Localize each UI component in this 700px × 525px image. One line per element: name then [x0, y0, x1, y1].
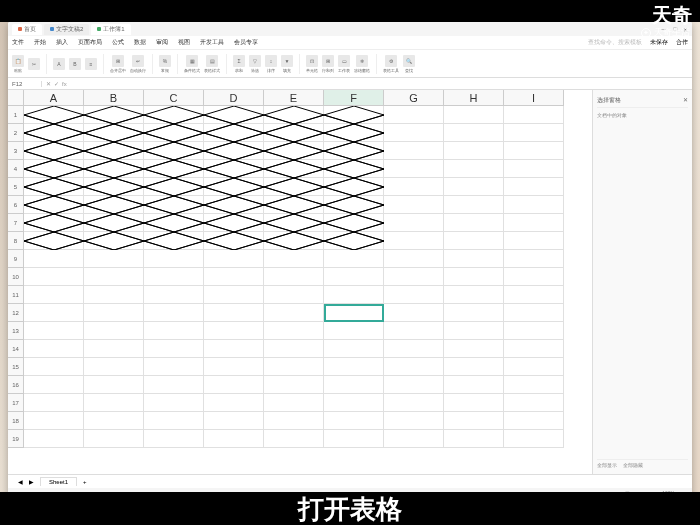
cell[interactable] — [444, 196, 504, 214]
cell[interactable] — [384, 196, 444, 214]
cell[interactable] — [204, 358, 264, 376]
cell[interactable] — [204, 304, 264, 322]
fx-button[interactable]: ✕ ✓ fx — [42, 80, 71, 87]
row-header[interactable]: 8 — [8, 232, 24, 250]
title-tab-doc[interactable]: 文字文稿2 — [44, 24, 89, 35]
menu-view[interactable]: 视图 — [178, 38, 190, 47]
panel-close-icon[interactable]: ✕ — [683, 96, 688, 105]
cell[interactable] — [444, 160, 504, 178]
cell[interactable] — [204, 232, 264, 250]
col-A[interactable]: A — [24, 90, 84, 106]
cell[interactable] — [204, 430, 264, 448]
cell[interactable] — [84, 394, 144, 412]
title-tab-home[interactable]: 首页 — [12, 24, 42, 35]
cell[interactable] — [504, 178, 564, 196]
cell[interactable] — [264, 160, 324, 178]
row-header[interactable]: 6 — [8, 196, 24, 214]
cell[interactable] — [84, 322, 144, 340]
col-E[interactable]: E — [264, 90, 324, 106]
col-F[interactable]: F — [324, 90, 384, 106]
cell[interactable] — [504, 358, 564, 376]
cell[interactable] — [144, 394, 204, 412]
cell[interactable] — [84, 214, 144, 232]
menu-layout[interactable]: 页面布局 — [78, 38, 102, 47]
cell[interactable] — [204, 124, 264, 142]
cell[interactable] — [144, 160, 204, 178]
cell[interactable] — [144, 322, 204, 340]
condformat-icon[interactable]: ▦ — [186, 55, 198, 67]
cell-icon[interactable]: ⊡ — [306, 55, 318, 67]
cell[interactable] — [264, 358, 324, 376]
cell[interactable] — [264, 178, 324, 196]
cell[interactable] — [324, 214, 384, 232]
select-all-corner[interactable] — [8, 90, 24, 106]
cell[interactable] — [84, 286, 144, 304]
cut-icon[interactable]: ✂ — [28, 58, 40, 70]
cell[interactable] — [24, 376, 84, 394]
cell[interactable] — [444, 178, 504, 196]
cell[interactable] — [144, 412, 204, 430]
cell[interactable] — [324, 340, 384, 358]
title-tab-sheet[interactable]: 工作簿1 — [91, 24, 130, 35]
wrap-icon[interactable]: ↵ — [132, 55, 144, 67]
cell[interactable] — [144, 106, 204, 124]
cell[interactable] — [504, 142, 564, 160]
cell[interactable] — [84, 142, 144, 160]
worksheet-icon[interactable]: ▭ — [338, 55, 350, 67]
cell[interactable] — [384, 142, 444, 160]
cell[interactable] — [264, 214, 324, 232]
cell[interactable] — [504, 340, 564, 358]
cell[interactable] — [384, 250, 444, 268]
cell[interactable] — [24, 214, 84, 232]
find-icon[interactable]: 🔍 — [403, 55, 415, 67]
menu-file[interactable]: 文件 — [12, 38, 24, 47]
cell[interactable] — [84, 124, 144, 142]
cell[interactable] — [384, 430, 444, 448]
col-C[interactable]: C — [144, 90, 204, 106]
cell[interactable] — [504, 124, 564, 142]
cell[interactable] — [144, 430, 204, 448]
cell[interactable] — [324, 304, 384, 322]
cell[interactable] — [384, 214, 444, 232]
menu-formula[interactable]: 公式 — [112, 38, 124, 47]
cell[interactable] — [24, 196, 84, 214]
row-header[interactable]: 11 — [8, 286, 24, 304]
rowcol-icon[interactable]: ⊞ — [322, 55, 334, 67]
font-icon[interactable]: A — [53, 58, 65, 70]
cell[interactable] — [444, 412, 504, 430]
cell[interactable] — [384, 160, 444, 178]
tabletools-icon[interactable]: ⚙ — [385, 55, 397, 67]
cell[interactable] — [324, 268, 384, 286]
cell[interactable] — [324, 124, 384, 142]
cell[interactable] — [264, 106, 324, 124]
cell[interactable] — [144, 232, 204, 250]
cell[interactable] — [384, 178, 444, 196]
cell[interactable] — [324, 412, 384, 430]
cell[interactable] — [84, 250, 144, 268]
cell[interactable] — [324, 142, 384, 160]
panel-hideall[interactable]: 全部隐藏 — [623, 462, 643, 468]
col-D[interactable]: D — [204, 90, 264, 106]
menu-home[interactable]: 开始 — [34, 38, 46, 47]
cell[interactable] — [384, 394, 444, 412]
cell[interactable] — [144, 358, 204, 376]
cell[interactable] — [444, 268, 504, 286]
cell[interactable] — [384, 340, 444, 358]
cell[interactable] — [144, 214, 204, 232]
cell[interactable] — [324, 196, 384, 214]
menu-dev[interactable]: 开发工具 — [200, 38, 224, 47]
cell[interactable] — [324, 394, 384, 412]
cell[interactable] — [384, 106, 444, 124]
cell[interactable] — [84, 232, 144, 250]
cell[interactable] — [84, 106, 144, 124]
cell[interactable] — [504, 286, 564, 304]
cell[interactable] — [144, 196, 204, 214]
cell[interactable] — [264, 124, 324, 142]
row-header[interactable]: 15 — [8, 358, 24, 376]
cell[interactable] — [324, 232, 384, 250]
cell[interactable] — [144, 268, 204, 286]
row-header[interactable]: 1 — [8, 106, 24, 124]
menu-insert[interactable]: 插入 — [56, 38, 68, 47]
cell[interactable] — [144, 286, 204, 304]
cell[interactable] — [24, 412, 84, 430]
